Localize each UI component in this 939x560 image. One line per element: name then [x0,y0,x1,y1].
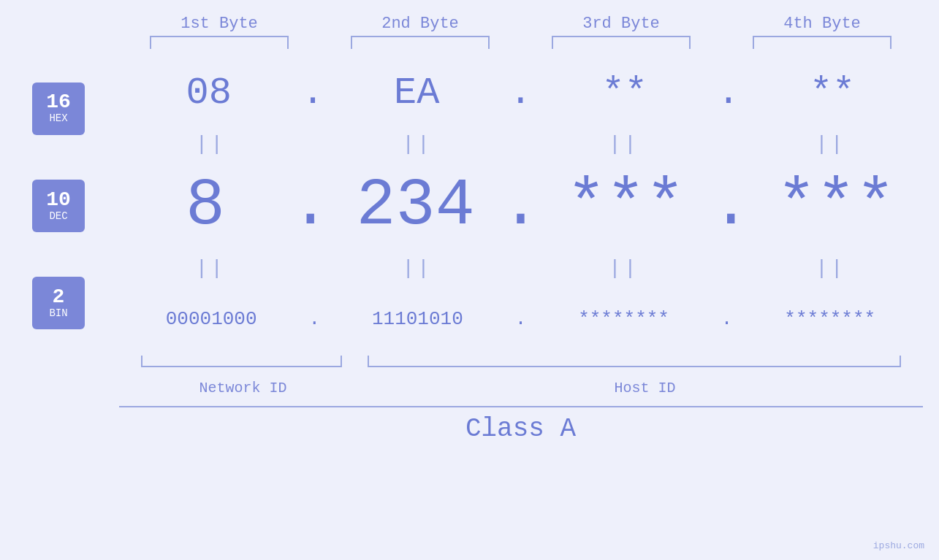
header-row: 1st Byte 2nd Byte 3rd Byte 4th Byte [119,15,923,33]
eq2-b1: || [130,257,291,280]
hex-row: 08 . EA . ** . ** [102,56,939,129]
hex-b3-cell: ** [544,72,705,115]
byte4-label: 4th Byte [742,15,902,33]
bin-b1-cell: 00001000 [131,308,292,330]
hex-b4-cell: ** [752,72,913,115]
bin-dot-2: . [515,308,527,330]
eq1-b2: || [337,133,498,156]
bin-b3-cell: ******** [544,308,704,330]
byte2-label: 2nd Byte [340,15,501,33]
dec-b3-cell: *** [545,169,706,243]
hex-badge: 16 HEX [32,83,85,135]
dec-num: 10 [46,190,71,210]
byte1-label: 1st Byte [139,15,300,33]
eq2-b2: || [337,257,498,280]
bracket-top-2 [351,36,490,49]
eq1-b3-text: || [609,133,639,156]
bottom-brackets [119,356,923,370]
dec-b2-cell: 234 [335,169,496,243]
eq1-b4: || [750,133,911,156]
dec-b1-cell: 8 [125,169,286,243]
byte3-label: 3rd Byte [541,15,702,33]
dec-b2: 234 [357,169,475,243]
eq1-b1: || [130,133,291,156]
bin-b3: ******** [578,308,669,330]
dec-b4-cell: *** [756,169,916,243]
dec-b4: *** [777,169,895,243]
network-id-label: Network ID [119,380,368,396]
bin-b4: ******** [784,308,875,330]
eq1-b3: || [544,133,704,156]
class-label: Class A [465,414,576,444]
hex-b3: ** [601,72,647,115]
dec-b3: *** [566,169,685,243]
eq2-b2-text: || [402,257,433,280]
bin-dot-3: . [721,308,733,330]
eq2-b3-text: || [609,257,639,280]
bin-dot-1: . [308,308,320,330]
dec-b1: 8 [186,169,225,243]
hex-name: HEX [49,112,67,125]
main-area: 16 HEX 10 DEC 2 BIN 08 . EA [0,56,939,356]
hex-b2: EA [394,72,439,115]
hex-b1: 08 [186,72,232,115]
bracket-top-4 [753,36,892,49]
bin-badge: 2 BIN [32,277,85,329]
bin-b1: 00001000 [166,308,257,330]
eq2-b3: || [544,257,704,280]
bracket-host [368,356,901,367]
hex-b4: ** [810,72,855,115]
id-labels-row: Network ID Host ID [119,373,923,402]
dec-name: DEC [49,210,67,223]
dec-dot-1: . [291,173,330,239]
bin-num: 2 [53,287,65,307]
dec-row: 8 . 234 . *** . *** [102,158,939,253]
equals-row-2: || || || || [102,253,939,283]
bin-row: 00001000 . 11101010 . ******** . *******… [102,283,939,356]
bracket-top-1 [150,36,289,49]
hex-b2-cell: EA [336,72,497,115]
bin-b2-cell: 11101010 [337,308,498,330]
hex-dot-1: . [301,72,324,115]
eq1-b2-text: || [402,133,433,156]
main-container: 1st Byte 2nd Byte 3rd Byte 4th Byte 16 H… [0,0,939,560]
hex-b1-cell: 08 [129,72,289,115]
eq2-b4: || [750,257,911,280]
top-brackets [119,36,923,49]
dec-dot-3: . [711,173,750,239]
hex-num: 16 [46,92,71,112]
host-id-label: Host ID [368,380,923,396]
bin-b4-cell: ******** [750,308,911,330]
class-row: Class A [119,406,923,450]
eq2-b1-text: || [195,257,226,280]
bin-name: BIN [49,307,67,320]
watermark: ipshu.com [873,540,924,551]
hex-dot-2: . [509,72,532,115]
eq1-b1-text: || [195,133,226,156]
eq1-b4-text: || [816,133,846,156]
values-area: 08 . EA . ** . ** || [102,56,939,356]
base-labels: 16 HEX 10 DEC 2 BIN [0,56,102,356]
dec-badge: 10 DEC [32,180,85,232]
eq2-b4-text: || [816,257,846,280]
bracket-top-3 [552,36,691,49]
bin-b2: 11101010 [372,308,463,330]
dec-dot-2: . [501,173,540,239]
hex-dot-3: . [717,72,740,115]
equals-row-1: || || || || [102,129,939,158]
bracket-network [141,356,342,367]
